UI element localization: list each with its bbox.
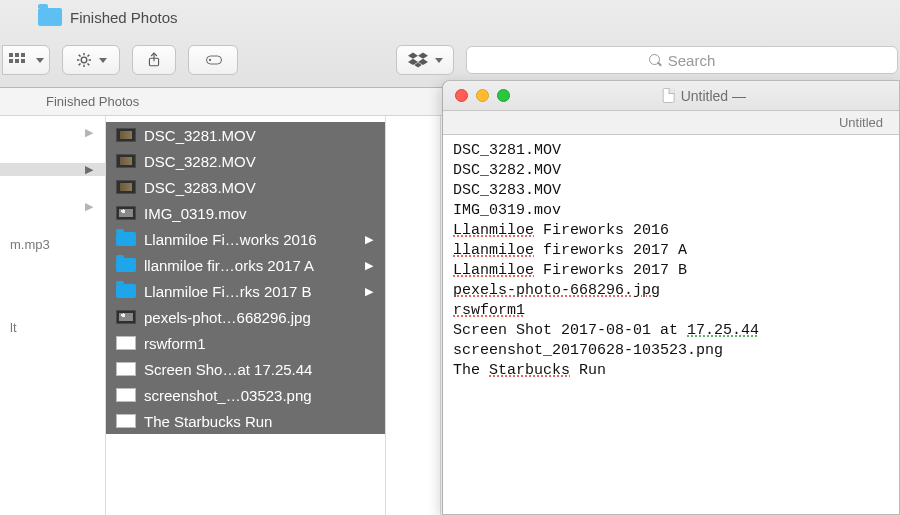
file-row[interactable]: DSC_3282.MOV [106, 148, 385, 174]
gear-icon [76, 52, 92, 68]
grid-view-icon [9, 53, 29, 67]
file-row[interactable]: pexels-phot…668296.jpg [106, 304, 385, 330]
tag-icon [203, 54, 223, 66]
chevron-right-icon: ▶ [85, 126, 93, 139]
dropbox-button[interactable] [396, 45, 454, 75]
file-name: rswform1 [144, 335, 206, 352]
col1-item[interactable]: ▶ [0, 126, 105, 139]
folder-icon [38, 8, 62, 26]
dropbox-icon [408, 52, 428, 68]
svg-point-12 [209, 59, 211, 61]
share-icon [147, 52, 161, 68]
file-name: Llanmiloe Fi…rks 2017 B [144, 283, 312, 300]
chevron-right-icon: ▶ [85, 163, 93, 176]
folder-icon [116, 232, 136, 246]
window-controls [443, 89, 510, 102]
file-row[interactable]: Llanmiloe Fi…rks 2017 B▶ [106, 278, 385, 304]
file-row[interactable]: screenshot_…03523.png [106, 382, 385, 408]
col1-item[interactable]: ▶ [0, 163, 105, 176]
folder-icon [116, 258, 136, 272]
finder-column-2[interactable]: DSC_3281.MOVDSC_3282.MOVDSC_3283.MOVIMG_… [106, 116, 386, 515]
chevron-right-icon: ▶ [365, 233, 373, 246]
textedit-tab[interactable]: Untitled [839, 115, 883, 130]
thumbnail-icon [116, 154, 136, 168]
chevron-right-icon: ▶ [365, 285, 373, 298]
file-name: screenshot_…03523.png [144, 387, 312, 404]
file-row[interactable]: rswform1 [106, 330, 385, 356]
textedit-body[interactable]: DSC_3281.MOVDSC_3282.MOVDSC_3283.MOVIMG_… [443, 135, 899, 387]
document-icon [116, 414, 136, 428]
search-icon [649, 54, 662, 67]
search-input[interactable]: Search [466, 46, 898, 74]
window-title: Finished Photos [70, 9, 178, 26]
file-row[interactable]: DSC_3281.MOV [106, 122, 385, 148]
chevron-right-icon: ▶ [85, 200, 93, 213]
minimize-button[interactable] [476, 89, 489, 102]
col1-item-label: lt [10, 320, 17, 335]
chevron-down-icon [36, 58, 44, 63]
view-mode-button[interactable] [2, 45, 50, 75]
textedit-tab-bar: Untitled [443, 111, 899, 135]
thumbnail-icon [116, 206, 136, 220]
col1-item-label: m.mp3 [10, 237, 50, 252]
thumbnail-icon [116, 180, 136, 194]
textedit-title: Untitled — [663, 88, 746, 104]
thumbnail-icon [116, 310, 136, 324]
document-icon [116, 388, 136, 402]
folder-icon [116, 284, 136, 298]
file-row[interactable]: Llanmiloe Fi…works 2016▶ [106, 226, 385, 252]
svg-point-0 [81, 57, 87, 63]
svg-line-7 [78, 63, 80, 65]
file-name: IMG_0319.mov [144, 205, 247, 222]
svg-line-5 [78, 55, 80, 57]
document-icon [116, 362, 136, 376]
file-row[interactable]: llanmiloe fir…orks 2017 A▶ [106, 252, 385, 278]
file-row[interactable]: IMG_0319.mov [106, 200, 385, 226]
svg-rect-11 [207, 56, 222, 64]
file-name: Llanmiloe Fi…works 2016 [144, 231, 317, 248]
col1-item[interactable]: m.mp3 [0, 237, 105, 252]
chevron-down-icon [435, 58, 443, 63]
share-button[interactable] [132, 45, 176, 75]
textedit-window: Untitled — Untitled DSC_3281.MOVDSC_3282… [442, 80, 900, 515]
chevron-right-icon: ▶ [365, 259, 373, 272]
textedit-titlebar[interactable]: Untitled — [443, 81, 899, 111]
window-title-area: Finished Photos [38, 8, 178, 26]
finder-column-3[interactable] [386, 116, 441, 515]
finder-toolbar: Search [0, 41, 900, 79]
file-name: DSC_3283.MOV [144, 179, 256, 196]
search-placeholder: Search [668, 52, 716, 69]
col1-item[interactable]: ▶ [0, 200, 105, 213]
file-row[interactable]: The Starbucks Run [106, 408, 385, 434]
file-name: llanmiloe fir…orks 2017 A [144, 257, 314, 274]
tags-button[interactable] [188, 45, 238, 75]
svg-marker-14 [418, 53, 428, 59]
chevron-down-icon [99, 58, 107, 63]
col1-item[interactable]: lt [0, 320, 105, 335]
file-name: DSC_3281.MOV [144, 127, 256, 144]
textedit-title-text: Untitled — [681, 88, 746, 104]
column-header-label: Finished Photos [46, 94, 139, 109]
action-menu-button[interactable] [62, 45, 120, 75]
file-row[interactable]: DSC_3283.MOV [106, 174, 385, 200]
zoom-button[interactable] [497, 89, 510, 102]
finder-column-1[interactable]: ▶ ▶ ▶ m.mp3 lt [0, 116, 106, 515]
document-icon [663, 88, 675, 103]
file-name: The Starbucks Run [144, 413, 272, 430]
svg-marker-13 [408, 53, 418, 59]
svg-line-6 [87, 63, 89, 65]
thumbnail-icon [116, 128, 136, 142]
file-name: pexels-phot…668296.jpg [144, 309, 311, 326]
document-icon [116, 336, 136, 350]
file-name: DSC_3282.MOV [144, 153, 256, 170]
file-row[interactable]: Screen Sho…at 17.25.44 [106, 356, 385, 382]
svg-line-8 [87, 55, 89, 57]
close-button[interactable] [455, 89, 468, 102]
finder-titlebar: Finished Photos [0, 0, 900, 88]
file-name: Screen Sho…at 17.25.44 [144, 361, 312, 378]
